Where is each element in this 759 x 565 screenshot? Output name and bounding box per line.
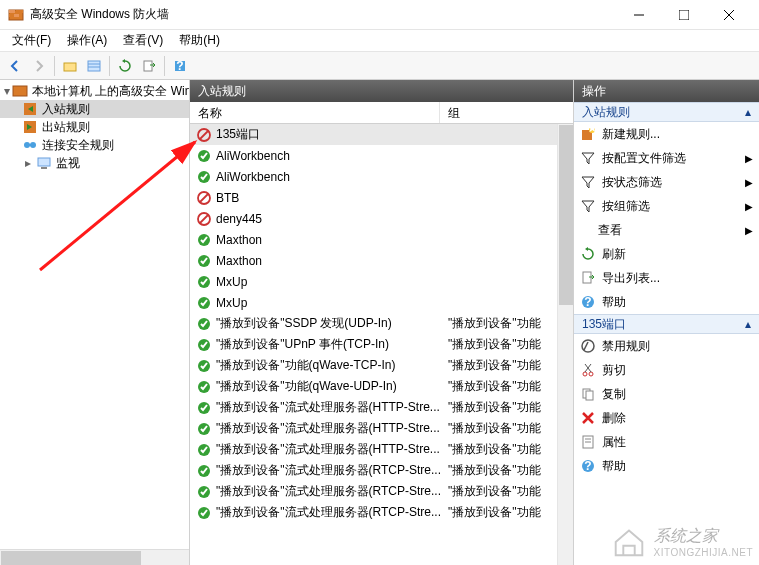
collapse-icon[interactable]: ▴ <box>745 105 751 119</box>
tree-outbound[interactable]: 出站规则 <box>0 118 189 136</box>
action-filter-profile[interactable]: 按配置文件筛选 ▶ <box>574 146 759 170</box>
svg-rect-16 <box>13 86 27 96</box>
column-group[interactable]: 组 <box>440 102 573 123</box>
allow-icon <box>196 169 212 185</box>
tree-connsec-label: 连接安全规则 <box>42 137 114 154</box>
action-label: 按状态筛选 <box>602 174 662 191</box>
minimize-button[interactable] <box>616 0 661 30</box>
tree-horizontal-scrollbar[interactable] <box>0 549 189 565</box>
rule-row[interactable]: AliWorkbench <box>190 166 573 187</box>
block-icon <box>196 211 212 227</box>
menu-file[interactable]: 文件(F) <box>4 30 59 51</box>
action-label: 禁用规则 <box>602 338 650 355</box>
action-delete[interactable]: 删除 <box>574 406 759 430</box>
forward-button[interactable] <box>28 55 50 77</box>
expand-icon[interactable]: ▾ <box>4 84 10 98</box>
tree-inbound[interactable]: 入站规则 <box>0 100 189 118</box>
outbound-icon <box>22 119 38 135</box>
action-help-2[interactable]: ? 帮助 <box>574 454 759 478</box>
menu-help[interactable]: 帮助(H) <box>171 30 228 51</box>
action-view[interactable]: 查看 ▶ <box>574 218 759 242</box>
action-export[interactable]: 导出列表... <box>574 266 759 290</box>
rule-row[interactable]: "播放到设备"SSDP 发现(UDP-In)"播放到设备"功能 <box>190 313 573 334</box>
action-refresh[interactable]: 刷新 <box>574 242 759 266</box>
expand-icon[interactable]: ▸ <box>22 156 34 170</box>
rule-row[interactable]: "播放到设备"功能(qWave-UDP-In)"播放到设备"功能 <box>190 376 573 397</box>
list-button[interactable] <box>83 55 105 77</box>
rule-group: "播放到设备"功能 <box>444 336 557 353</box>
rule-row[interactable]: "播放到设备"流式处理服务器(HTTP-Stre..."播放到设备"功能 <box>190 397 573 418</box>
allow-icon <box>196 400 212 416</box>
actions-section-inbound[interactable]: 入站规则 ▴ <box>574 102 759 122</box>
maximize-button[interactable] <box>661 0 706 30</box>
action-disable[interactable]: 禁用规则 <box>574 334 759 358</box>
rule-row[interactable]: MxUp <box>190 292 573 313</box>
column-name[interactable]: 名称 <box>190 102 440 123</box>
rule-group: "播放到设备"功能 <box>444 462 557 479</box>
action-filter-group[interactable]: 按组筛选 ▶ <box>574 194 759 218</box>
rule-row[interactable]: "播放到设备"流式处理服务器(RTCP-Stre..."播放到设备"功能 <box>190 460 573 481</box>
firewall-icon <box>12 83 28 99</box>
collapse-icon[interactable]: ▴ <box>745 317 751 331</box>
export-icon <box>580 270 596 286</box>
export-button[interactable] <box>138 55 160 77</box>
svg-rect-10 <box>88 61 100 71</box>
rule-row[interactable]: MxUp <box>190 271 573 292</box>
center-panel: 入站规则 名称 组 135端口AliWorkbenchAliWorkbenchB… <box>190 80 574 565</box>
new-rule-icon: ★ <box>580 126 596 142</box>
action-copy[interactable]: 复制 <box>574 382 759 406</box>
rule-row[interactable]: Maxthon <box>190 250 573 271</box>
watermark-url: XITONGZHIJIA.NET <box>654 547 754 558</box>
tree-monitor-label: 监视 <box>56 155 80 172</box>
firewall-app-icon <box>8 7 24 23</box>
properties-icon <box>580 434 596 450</box>
action-cut[interactable]: 剪切 <box>574 358 759 382</box>
action-label: 新建规则... <box>602 126 660 143</box>
rule-group: "播放到设备"功能 <box>444 420 557 437</box>
tree-monitor[interactable]: ▸ 监视 <box>0 154 189 172</box>
actions-section-selected[interactable]: 135端口 ▴ <box>574 314 759 334</box>
help-button[interactable]: ? <box>169 55 191 77</box>
rule-name: "播放到设备"流式处理服务器(RTCP-Stre... <box>216 483 444 500</box>
back-button[interactable] <box>4 55 26 77</box>
allow-icon <box>196 232 212 248</box>
toolbar-separator <box>164 56 165 76</box>
connsec-icon <box>22 137 38 153</box>
rule-row[interactable]: "播放到设备"流式处理服务器(HTTP-Stre..."播放到设备"功能 <box>190 418 573 439</box>
menu-action[interactable]: 操作(A) <box>59 30 115 51</box>
action-new-rule[interactable]: ★ 新建规则... <box>574 122 759 146</box>
watermark: 系统之家 XITONGZHIJIA.NET <box>610 523 754 561</box>
action-filter-state[interactable]: 按状态筛选 ▶ <box>574 170 759 194</box>
menu-view[interactable]: 查看(V) <box>115 30 171 51</box>
close-button[interactable] <box>706 0 751 30</box>
rule-name: "播放到设备"流式处理服务器(HTTP-Stre... <box>216 420 444 437</box>
folder-button[interactable] <box>59 55 81 77</box>
rule-group: "播放到设备"功能 <box>444 504 557 521</box>
action-help[interactable]: ? 帮助 <box>574 290 759 314</box>
action-label: 帮助 <box>602 458 626 475</box>
action-label: 刷新 <box>602 246 626 263</box>
rule-row[interactable]: Maxthon <box>190 229 573 250</box>
list-vertical-scrollbar[interactable] <box>557 124 573 565</box>
rule-row[interactable]: "播放到设备"功能(qWave-TCP-In)"播放到设备"功能 <box>190 355 573 376</box>
rule-row[interactable]: deny445 <box>190 208 573 229</box>
refresh-button[interactable] <box>114 55 136 77</box>
action-label: 按配置文件筛选 <box>602 150 686 167</box>
rule-row[interactable]: AliWorkbench <box>190 145 573 166</box>
action-label: 属性 <box>602 434 626 451</box>
tree-connsec[interactable]: 连接安全规则 <box>0 136 189 154</box>
rule-row[interactable]: "播放到设备"流式处理服务器(HTTP-Stre..."播放到设备"功能 <box>190 439 573 460</box>
action-properties[interactable]: 属性 <box>574 430 759 454</box>
allow-icon <box>196 505 212 521</box>
rule-name: AliWorkbench <box>216 149 444 163</box>
rule-row[interactable]: "播放到设备"流式处理服务器(RTCP-Stre..."播放到设备"功能 <box>190 502 573 523</box>
tree-outbound-label: 出站规则 <box>42 119 90 136</box>
rule-row[interactable]: 135端口 <box>190 124 573 145</box>
allow-icon <box>196 442 212 458</box>
rule-row[interactable]: "播放到设备"UPnP 事件(TCP-In)"播放到设备"功能 <box>190 334 573 355</box>
rule-row[interactable]: "播放到设备"流式处理服务器(RTCP-Stre..."播放到设备"功能 <box>190 481 573 502</box>
rule-row[interactable]: BTB <box>190 187 573 208</box>
tree-root[interactable]: ▾ 本地计算机 上的高级安全 Win <box>0 82 189 100</box>
rule-name: AliWorkbench <box>216 170 444 184</box>
submenu-arrow-icon: ▶ <box>745 153 753 164</box>
